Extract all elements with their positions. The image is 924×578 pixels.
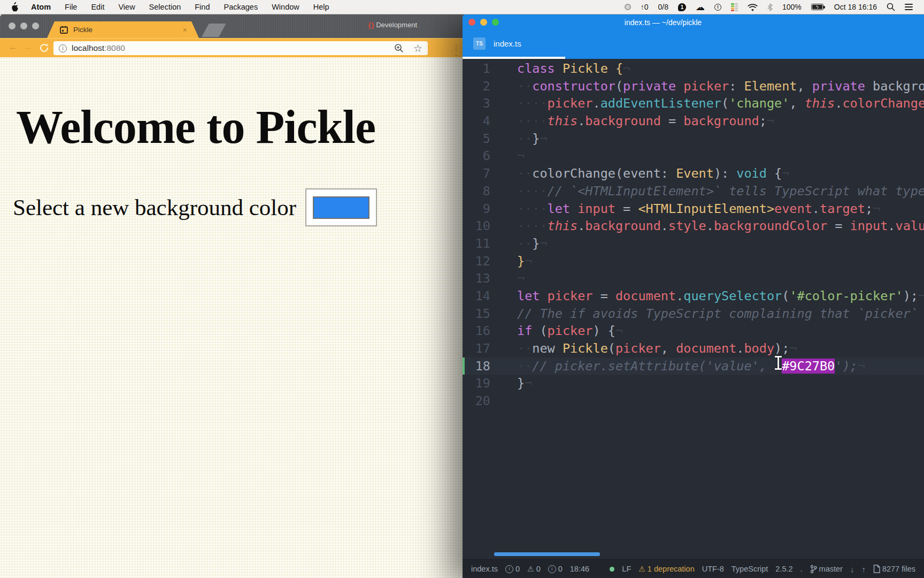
- notification-center-icon[interactable]: [900, 0, 918, 14]
- browser-minimize-button[interactable]: [20, 22, 27, 29]
- line-number[interactable]: 11: [463, 235, 500, 253]
- deprecation-warning[interactable]: ⚠1 deprecation: [638, 565, 694, 573]
- line-number[interactable]: 13: [463, 270, 500, 287]
- line-number[interactable]: 16: [463, 322, 500, 340]
- code-line-12[interactable]: 12}¬: [463, 253, 924, 270]
- color-picker-input[interactable]: [305, 188, 377, 226]
- code-line-16[interactable]: 16if (picker) {¬: [463, 322, 924, 340]
- code-line-6[interactable]: 6¬: [463, 147, 924, 165]
- spotlight-search-icon[interactable]: [882, 0, 900, 14]
- code-line-17[interactable]: 17··new Pickle(picker, document.body);¬: [463, 340, 924, 358]
- menu-packages[interactable]: Packages: [217, 0, 265, 14]
- code-line-18[interactable]: 18··// picker.setAttribute('value', '#9C…: [463, 358, 924, 375]
- battery-percent[interactable]: 100%: [777, 0, 806, 14]
- linter-errors[interactable]: !0: [505, 565, 520, 573]
- pin-badge-icon[interactable]: 1: [673, 0, 691, 14]
- refresh-button[interactable]: [38, 42, 50, 56]
- code-line-5[interactable]: 5··}¬: [463, 130, 924, 148]
- code-line-8[interactable]: 8····// `<HTMLInputElement>` tells TypeS…: [463, 182, 924, 200]
- code-line-1[interactable]: 1class Pickle {¬: [463, 60, 924, 78]
- line-number[interactable]: 3: [463, 95, 500, 112]
- typescript-version[interactable]: 2.5.2: [775, 565, 792, 573]
- ratio-indicator[interactable]: 0/8: [653, 0, 673, 14]
- menu-atom[interactable]: Atom: [24, 0, 58, 14]
- activity-monitor-icon[interactable]: [726, 0, 743, 14]
- menu-selection[interactable]: Selection: [142, 0, 188, 14]
- code-editor[interactable]: 1class Pickle {¬2··constructor(private p…: [463, 59, 924, 559]
- profile-badge[interactable]: { } Development: [368, 21, 417, 29]
- code-line-2[interactable]: 2··constructor(private picker: Element, …: [463, 78, 924, 95]
- code-line-10[interactable]: 10····this.background.style.backgroundCo…: [463, 217, 924, 235]
- wifi-icon[interactable]: [743, 0, 763, 14]
- bluetooth-icon[interactable]: [763, 0, 777, 14]
- line-number[interactable]: 12: [463, 253, 500, 270]
- browser-tab-pickle[interactable]: Pickle ×: [47, 21, 199, 38]
- code-text: ··// picker.setAttribute('value', '#9C27…: [500, 358, 865, 375]
- screen-record-icon[interactable]: [620, 0, 636, 14]
- linter-infos[interactable]: i0: [548, 565, 563, 573]
- site-info-icon[interactable]: i: [59, 44, 67, 52]
- bookmark-star-icon[interactable]: ☆: [413, 43, 422, 54]
- zoom-page-icon[interactable]: [394, 43, 404, 53]
- line-number[interactable]: 5: [463, 130, 500, 148]
- menu-find[interactable]: Find: [188, 0, 217, 14]
- git-branch[interactable]: master: [810, 565, 843, 574]
- apple-menu-icon[interactable]: [11, 2, 19, 12]
- menu-edit[interactable]: Edit: [84, 0, 111, 14]
- cursor-position[interactable]: 18:46: [570, 565, 589, 573]
- line-number[interactable]: 2: [463, 78, 500, 95]
- line-number[interactable]: 18: [463, 358, 500, 375]
- menu-window[interactable]: Window: [265, 0, 306, 14]
- code-line-9[interactable]: 9····let input = <HTMLInputElement>event…: [463, 200, 924, 218]
- grammar[interactable]: TypeScript: [732, 565, 768, 573]
- tab-close-icon[interactable]: ×: [183, 26, 187, 34]
- line-ending[interactable]: LF: [622, 565, 631, 573]
- code-line-20[interactable]: 20: [463, 392, 924, 410]
- git-push-arrow-icon[interactable]: ↑: [861, 565, 866, 574]
- line-number[interactable]: 7: [463, 165, 500, 182]
- menu-help[interactable]: Help: [306, 0, 336, 14]
- line-number[interactable]: 8: [463, 182, 500, 200]
- code-line-11[interactable]: 11··}¬: [463, 235, 924, 253]
- cloud-alert-icon[interactable]: ☁!: [691, 0, 710, 14]
- line-number[interactable]: 20: [463, 392, 500, 410]
- line-number[interactable]: 15: [463, 305, 500, 323]
- info-circle-icon[interactable]: !: [710, 0, 726, 14]
- line-number[interactable]: 14: [463, 287, 500, 305]
- code-line-3[interactable]: 3····picker.addEventListener('change', t…: [463, 95, 924, 112]
- status-filename[interactable]: index.ts: [471, 565, 498, 573]
- forward-button[interactable]: →: [24, 42, 33, 52]
- address-bar[interactable]: i localhost:8080 ☆: [53, 41, 428, 55]
- linter-warnings[interactable]: ⚠0: [527, 565, 541, 573]
- menu-view[interactable]: View: [111, 0, 142, 14]
- line-number[interactable]: 17: [463, 340, 500, 358]
- horizontal-scrollbar[interactable]: [494, 552, 600, 556]
- line-number[interactable]: 9: [463, 200, 500, 218]
- code-line-14[interactable]: 14let picker = document.querySelector('#…: [463, 287, 924, 305]
- battery-icon[interactable]: ϟ: [806, 0, 829, 14]
- code-line-19[interactable]: 19}¬: [463, 375, 924, 392]
- code-line-15[interactable]: 15// The if avoids TypeScript complainin…: [463, 305, 924, 323]
- git-pull-arrow-icon[interactable]: ↓: [850, 565, 854, 574]
- upload-indicator[interactable]: ↑0: [636, 0, 653, 14]
- menu-file[interactable]: File: [58, 0, 84, 14]
- line-number[interactable]: 1: [463, 60, 500, 78]
- desktop: AtomFileEditViewSelectionFindPackagesWin…: [0, 0, 924, 578]
- url-port: :8080: [104, 43, 125, 53]
- browser-zoom-button[interactable]: [32, 22, 39, 29]
- browser-close-button[interactable]: [9, 22, 16, 29]
- back-button[interactable]: ←: [9, 42, 18, 52]
- code-line-7[interactable]: 7··colorChange(event: Event): void {¬: [463, 165, 924, 182]
- new-tab-button[interactable]: [202, 24, 226, 37]
- atom-tab-indexts[interactable]: TS index.ts: [463, 30, 565, 59]
- line-number[interactable]: 6: [463, 147, 500, 165]
- busy-dot: .: [800, 565, 803, 573]
- code-line-13[interactable]: 13¬: [463, 270, 924, 287]
- project-files[interactable]: 8277 files: [873, 565, 915, 573]
- line-number[interactable]: 4: [463, 112, 500, 130]
- line-number[interactable]: 19: [463, 375, 500, 392]
- encoding[interactable]: UTF-8: [702, 565, 724, 573]
- line-number[interactable]: 10: [463, 217, 500, 235]
- menubar-clock[interactable]: Oct 18 16:16: [829, 0, 882, 14]
- code-line-4[interactable]: 4····this.background = background;¬: [463, 112, 924, 130]
